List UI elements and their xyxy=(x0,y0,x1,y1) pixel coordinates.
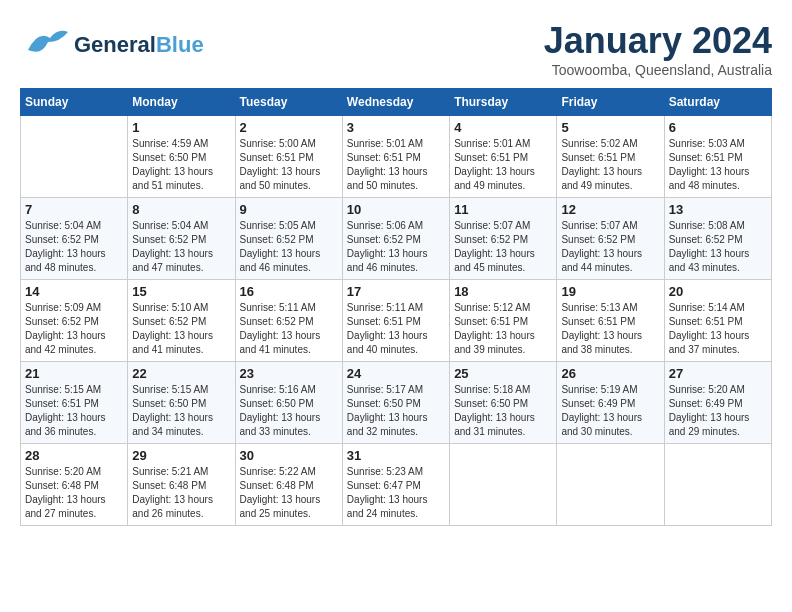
weekday-header-wednesday: Wednesday xyxy=(342,89,449,116)
calendar-cell: 19Sunrise: 5:13 AM Sunset: 6:51 PM Dayli… xyxy=(557,280,664,362)
day-number: 8 xyxy=(132,202,230,217)
day-info: Sunrise: 5:19 AM Sunset: 6:49 PM Dayligh… xyxy=(561,383,659,439)
calendar-cell: 12Sunrise: 5:07 AM Sunset: 6:52 PM Dayli… xyxy=(557,198,664,280)
day-number: 13 xyxy=(669,202,767,217)
day-info: Sunrise: 5:04 AM Sunset: 6:52 PM Dayligh… xyxy=(25,219,123,275)
weekday-header-friday: Friday xyxy=(557,89,664,116)
day-info: Sunrise: 5:21 AM Sunset: 6:48 PM Dayligh… xyxy=(132,465,230,521)
day-info: Sunrise: 5:11 AM Sunset: 6:51 PM Dayligh… xyxy=(347,301,445,357)
logo-blue: Blue xyxy=(156,32,204,57)
day-info: Sunrise: 5:03 AM Sunset: 6:51 PM Dayligh… xyxy=(669,137,767,193)
calendar-cell: 29Sunrise: 5:21 AM Sunset: 6:48 PM Dayli… xyxy=(128,444,235,526)
calendar-cell xyxy=(664,444,771,526)
day-number: 16 xyxy=(240,284,338,299)
day-number: 15 xyxy=(132,284,230,299)
day-number: 30 xyxy=(240,448,338,463)
logo-icon xyxy=(20,20,70,70)
day-number: 23 xyxy=(240,366,338,381)
calendar-cell: 5Sunrise: 5:02 AM Sunset: 6:51 PM Daylig… xyxy=(557,116,664,198)
day-number: 18 xyxy=(454,284,552,299)
day-number: 25 xyxy=(454,366,552,381)
calendar-table: SundayMondayTuesdayWednesdayThursdayFrid… xyxy=(20,88,772,526)
week-row-4: 21Sunrise: 5:15 AM Sunset: 6:51 PM Dayli… xyxy=(21,362,772,444)
day-number: 31 xyxy=(347,448,445,463)
day-info: Sunrise: 5:17 AM Sunset: 6:50 PM Dayligh… xyxy=(347,383,445,439)
day-number: 7 xyxy=(25,202,123,217)
weekday-header-sunday: Sunday xyxy=(21,89,128,116)
calendar-cell: 4Sunrise: 5:01 AM Sunset: 6:51 PM Daylig… xyxy=(450,116,557,198)
calendar-cell: 2Sunrise: 5:00 AM Sunset: 6:51 PM Daylig… xyxy=(235,116,342,198)
week-row-3: 14Sunrise: 5:09 AM Sunset: 6:52 PM Dayli… xyxy=(21,280,772,362)
day-info: Sunrise: 5:22 AM Sunset: 6:48 PM Dayligh… xyxy=(240,465,338,521)
day-number: 5 xyxy=(561,120,659,135)
day-number: 3 xyxy=(347,120,445,135)
week-row-5: 28Sunrise: 5:20 AM Sunset: 6:48 PM Dayli… xyxy=(21,444,772,526)
calendar-cell: 15Sunrise: 5:10 AM Sunset: 6:52 PM Dayli… xyxy=(128,280,235,362)
calendar-cell xyxy=(557,444,664,526)
day-info: Sunrise: 5:07 AM Sunset: 6:52 PM Dayligh… xyxy=(454,219,552,275)
calendar-cell: 26Sunrise: 5:19 AM Sunset: 6:49 PM Dayli… xyxy=(557,362,664,444)
calendar-cell: 22Sunrise: 5:15 AM Sunset: 6:50 PM Dayli… xyxy=(128,362,235,444)
calendar-cell: 21Sunrise: 5:15 AM Sunset: 6:51 PM Dayli… xyxy=(21,362,128,444)
calendar-cell: 10Sunrise: 5:06 AM Sunset: 6:52 PM Dayli… xyxy=(342,198,449,280)
day-info: Sunrise: 5:04 AM Sunset: 6:52 PM Dayligh… xyxy=(132,219,230,275)
calendar-cell: 14Sunrise: 5:09 AM Sunset: 6:52 PM Dayli… xyxy=(21,280,128,362)
location: Toowoomba, Queensland, Australia xyxy=(544,62,772,78)
day-info: Sunrise: 5:08 AM Sunset: 6:52 PM Dayligh… xyxy=(669,219,767,275)
day-info: Sunrise: 5:07 AM Sunset: 6:52 PM Dayligh… xyxy=(561,219,659,275)
calendar-cell: 6Sunrise: 5:03 AM Sunset: 6:51 PM Daylig… xyxy=(664,116,771,198)
day-number: 17 xyxy=(347,284,445,299)
day-info: Sunrise: 5:09 AM Sunset: 6:52 PM Dayligh… xyxy=(25,301,123,357)
day-info: Sunrise: 5:20 AM Sunset: 6:48 PM Dayligh… xyxy=(25,465,123,521)
weekday-header-monday: Monday xyxy=(128,89,235,116)
calendar-body: 1Sunrise: 4:59 AM Sunset: 6:50 PM Daylig… xyxy=(21,116,772,526)
day-number: 29 xyxy=(132,448,230,463)
day-number: 4 xyxy=(454,120,552,135)
weekday-header-saturday: Saturday xyxy=(664,89,771,116)
logo: GeneralBlue xyxy=(20,20,204,70)
calendar-cell: 28Sunrise: 5:20 AM Sunset: 6:48 PM Dayli… xyxy=(21,444,128,526)
calendar-cell: 7Sunrise: 5:04 AM Sunset: 6:52 PM Daylig… xyxy=(21,198,128,280)
day-number: 21 xyxy=(25,366,123,381)
day-info: Sunrise: 4:59 AM Sunset: 6:50 PM Dayligh… xyxy=(132,137,230,193)
weekday-row: SundayMondayTuesdayWednesdayThursdayFrid… xyxy=(21,89,772,116)
day-number: 27 xyxy=(669,366,767,381)
calendar-cell: 16Sunrise: 5:11 AM Sunset: 6:52 PM Dayli… xyxy=(235,280,342,362)
calendar-cell: 13Sunrise: 5:08 AM Sunset: 6:52 PM Dayli… xyxy=(664,198,771,280)
calendar-cell: 25Sunrise: 5:18 AM Sunset: 6:50 PM Dayli… xyxy=(450,362,557,444)
day-info: Sunrise: 5:13 AM Sunset: 6:51 PM Dayligh… xyxy=(561,301,659,357)
day-info: Sunrise: 5:14 AM Sunset: 6:51 PM Dayligh… xyxy=(669,301,767,357)
day-info: Sunrise: 5:00 AM Sunset: 6:51 PM Dayligh… xyxy=(240,137,338,193)
day-info: Sunrise: 5:01 AM Sunset: 6:51 PM Dayligh… xyxy=(347,137,445,193)
calendar-cell: 24Sunrise: 5:17 AM Sunset: 6:50 PM Dayli… xyxy=(342,362,449,444)
calendar-cell: 11Sunrise: 5:07 AM Sunset: 6:52 PM Dayli… xyxy=(450,198,557,280)
day-number: 19 xyxy=(561,284,659,299)
calendar-header: SundayMondayTuesdayWednesdayThursdayFrid… xyxy=(21,89,772,116)
calendar-cell: 1Sunrise: 4:59 AM Sunset: 6:50 PM Daylig… xyxy=(128,116,235,198)
logo-text: GeneralBlue xyxy=(74,34,204,56)
week-row-1: 1Sunrise: 4:59 AM Sunset: 6:50 PM Daylig… xyxy=(21,116,772,198)
calendar-cell: 3Sunrise: 5:01 AM Sunset: 6:51 PM Daylig… xyxy=(342,116,449,198)
logo-general: General xyxy=(74,32,156,57)
day-info: Sunrise: 5:12 AM Sunset: 6:51 PM Dayligh… xyxy=(454,301,552,357)
day-info: Sunrise: 5:23 AM Sunset: 6:47 PM Dayligh… xyxy=(347,465,445,521)
day-number: 12 xyxy=(561,202,659,217)
calendar-cell: 30Sunrise: 5:22 AM Sunset: 6:48 PM Dayli… xyxy=(235,444,342,526)
day-number: 2 xyxy=(240,120,338,135)
day-info: Sunrise: 5:01 AM Sunset: 6:51 PM Dayligh… xyxy=(454,137,552,193)
day-number: 1 xyxy=(132,120,230,135)
day-info: Sunrise: 5:16 AM Sunset: 6:50 PM Dayligh… xyxy=(240,383,338,439)
title-block: January 2024 Toowoomba, Queensland, Aust… xyxy=(544,20,772,78)
day-info: Sunrise: 5:11 AM Sunset: 6:52 PM Dayligh… xyxy=(240,301,338,357)
calendar-cell: 18Sunrise: 5:12 AM Sunset: 6:51 PM Dayli… xyxy=(450,280,557,362)
month-title: January 2024 xyxy=(544,20,772,62)
day-number: 14 xyxy=(25,284,123,299)
day-info: Sunrise: 5:20 AM Sunset: 6:49 PM Dayligh… xyxy=(669,383,767,439)
calendar-cell xyxy=(21,116,128,198)
page-header: GeneralBlue January 2024 Toowoomba, Quee… xyxy=(20,20,772,78)
day-info: Sunrise: 5:10 AM Sunset: 6:52 PM Dayligh… xyxy=(132,301,230,357)
day-number: 11 xyxy=(454,202,552,217)
calendar-cell: 27Sunrise: 5:20 AM Sunset: 6:49 PM Dayli… xyxy=(664,362,771,444)
calendar-cell: 9Sunrise: 5:05 AM Sunset: 6:52 PM Daylig… xyxy=(235,198,342,280)
calendar-cell: 8Sunrise: 5:04 AM Sunset: 6:52 PM Daylig… xyxy=(128,198,235,280)
